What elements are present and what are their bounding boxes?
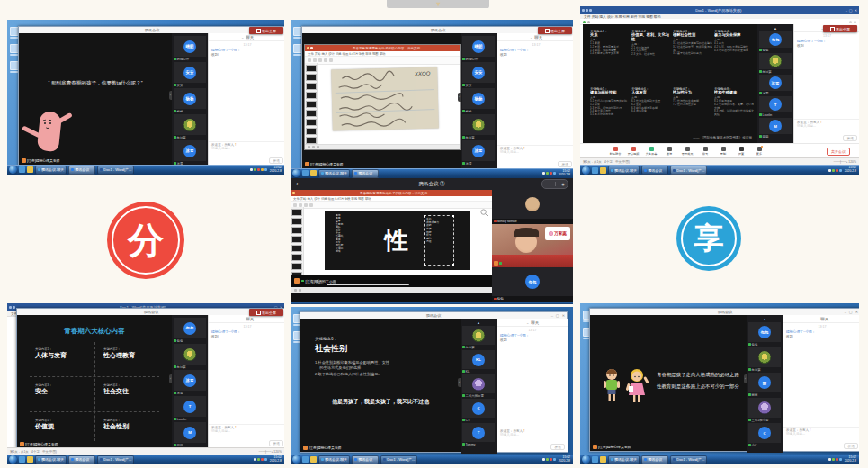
send-button[interactable]: 发送: [844, 443, 858, 449]
tray-icon[interactable]: [261, 168, 264, 171]
toolbar-start-video[interactable]: 开启视频: [625, 147, 641, 156]
participant-tile[interactable]: 晴朗: [462, 36, 495, 57]
participant-tile[interactable]: T: [759, 96, 792, 112]
selection-handle[interactable]: [424, 264, 425, 266]
tray-icon[interactable]: [550, 458, 552, 461]
info-icon[interactable]: [587, 21, 590, 23]
tray-icon[interactable]: [553, 172, 556, 175]
browser-icon[interactable]: [592, 167, 598, 174]
folder-icon[interactable]: [310, 456, 317, 463]
slide-thumb[interactable]: [291, 263, 302, 270]
taskbar-tab[interactable]: 腾讯会议: [641, 166, 668, 175]
participant-tile[interactable]: T: [174, 396, 206, 417]
slide-thumb[interactable]: [291, 218, 302, 225]
taskbar-tab[interactable]: 腾讯会议-聊天: [318, 455, 350, 464]
participant-tile[interactable]: 丽: [748, 373, 781, 392]
minimize-icon[interactable]: –: [846, 8, 847, 13]
selection-handle[interactable]: [424, 215, 425, 217]
toolbar-share-screen[interactable]: 共享屏幕: [643, 147, 659, 156]
zoom-icon[interactable]: [317, 146, 319, 148]
word-titlebar[interactable]: Doc1 - Word(产品激活失败) –▢✕: [580, 6, 859, 14]
taskbar-tab[interactable]: 腾讯会议-聊天: [35, 455, 67, 464]
view-icon[interactable]: [312, 146, 315, 148]
save-icon[interactable]: [582, 9, 585, 12]
taskbar-tab[interactable]: Doc1 - Word(产...: [97, 166, 134, 175]
zoom-slider[interactable]: −──┼──+: [833, 160, 848, 164]
taskbar-tab[interactable]: Doc1 - Word(产...: [670, 455, 707, 464]
ppt-toolbar[interactable]: [305, 57, 460, 65]
participant-tile[interactable]: [759, 53, 792, 69]
slide-thumb[interactable]: [291, 245, 302, 252]
quick-access-toolbar[interactable]: [9, 306, 15, 309]
toolbar-unmute[interactable]: 解除静音: [607, 147, 623, 156]
tray-icon[interactable]: [264, 458, 267, 461]
exit-fullscreen-button[interactable]: 退出全屏: [249, 27, 283, 34]
tray-icon[interactable]: [542, 172, 545, 175]
folder-icon[interactable]: [600, 456, 606, 463]
maximize-icon[interactable]: ▢: [556, 313, 559, 318]
scroll-up-icon[interactable]: ▲: [461, 320, 497, 325]
participant-tile[interactable]: [174, 114, 206, 135]
participant-tile[interactable]: 晴朗: [174, 36, 206, 57]
toolbar-manage-members[interactable]: 管理成员: [679, 147, 695, 156]
folder-icon[interactable]: [600, 167, 606, 174]
browser-icon[interactable]: [302, 456, 309, 463]
taskbar-tab[interactable]: Doc1 - Word(产...: [670, 166, 707, 175]
tray-icon[interactable]: [550, 172, 552, 175]
collapse-icon[interactable]: ⌄: [241, 35, 244, 40]
browser-icon[interactable]: [19, 456, 25, 463]
textbox-selection[interactable]: 手机 很黄很暴力 接吻 内裤 初恋 怀孕 哺乳 月经: [424, 215, 454, 266]
participant-tile[interactable]: 冰雪: [462, 140, 495, 161]
maximize-icon[interactable]: ▢: [849, 8, 853, 13]
browser-icon[interactable]: [19, 166, 25, 173]
scroll-up-icon[interactable]: ▲: [747, 317, 783, 321]
participant-tile[interactable]: C: [462, 399, 495, 418]
participant-tile[interactable]: [748, 398, 781, 418]
view-icon[interactable]: [294, 289, 297, 292]
slide-thumb[interactable]: [306, 83, 317, 90]
video-tile-camera[interactable]: 万家惠: [492, 224, 573, 267]
toolbar-record[interactable]: 录制: [715, 147, 731, 156]
start-button[interactable]: [292, 169, 300, 177]
redo-icon[interactable]: [589, 9, 592, 12]
exit-fullscreen-button[interactable]: 退出全屏: [538, 27, 572, 34]
participant-tile[interactable]: KL: [462, 350, 495, 369]
send-button[interactable]: 发送: [558, 161, 572, 167]
participant-tile[interactable]: 包包: [748, 322, 781, 342]
slide-thumb[interactable]: [306, 101, 317, 108]
chat-input[interactable]: 请输入消息...: [211, 147, 283, 158]
toolbar-more[interactable]: 更多: [751, 147, 767, 156]
slide-thumb[interactable]: [306, 128, 317, 135]
view-icon[interactable]: [308, 146, 310, 148]
tray-icon[interactable]: [553, 458, 556, 461]
ppt-titlebar[interactable]: 青春期教育需要教给孩子的核心内容 - 演示文稿: [291, 190, 492, 196]
fullscreen-icon[interactable]: [854, 21, 856, 23]
tray-icon[interactable]: [254, 458, 256, 461]
word-zoom[interactable]: −──┼──+ 120%: [258, 450, 282, 454]
send-button[interactable]: 发送: [843, 135, 857, 141]
taskbar-tab[interactable]: Doc1 - Word(产...: [380, 455, 417, 464]
chat-input[interactable]: 请输入消息...: [500, 150, 572, 161]
page-scroll-tab[interactable]: [387, 0, 489, 8]
tray-icon[interactable]: [828, 458, 831, 461]
view-icon[interactable]: [299, 289, 301, 292]
collapse-icon[interactable]: ⌄: [526, 320, 529, 325]
leave-meeting-button[interactable]: 离开会议: [827, 148, 850, 156]
taskbar-tab[interactable]: 腾讯会议: [352, 455, 379, 464]
tray-icon[interactable]: [542, 458, 545, 461]
taskbar-tab[interactable]: 腾讯会议: [68, 455, 95, 464]
slide-thumb[interactable]: [306, 92, 317, 99]
ppt-titlebar[interactable]: 青春期教育需要教给孩子的核心内容 - 演示文稿: [305, 45, 460, 51]
zoom-slider[interactable]: −──┼──+: [258, 450, 273, 454]
ppt-toolbar[interactable]: [291, 202, 492, 209]
slide-thumb[interactable]: [306, 110, 317, 117]
start-button[interactable]: [582, 166, 590, 175]
video-tile[interactable]: [492, 190, 573, 219]
participant-tile[interactable]: [748, 347, 781, 367]
magnifier-icon[interactable]: [480, 209, 488, 217]
tray-icon[interactable]: [250, 168, 253, 171]
tray-icon[interactable]: [261, 458, 264, 461]
participant-tile[interactable]: 冰雪: [174, 140, 206, 161]
undo-icon[interactable]: [586, 9, 588, 12]
participant-tile[interactable]: 杨杨: [174, 88, 206, 109]
